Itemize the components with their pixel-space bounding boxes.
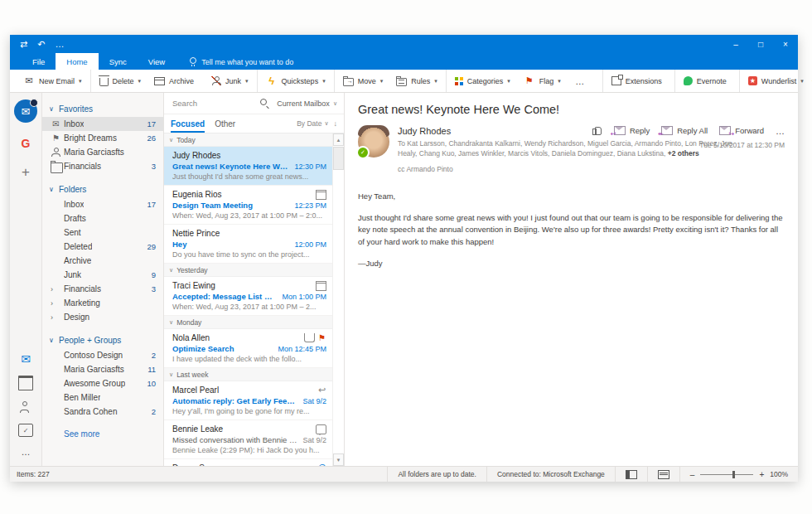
undo-icon[interactable]: ↶ (37, 40, 45, 49)
message-row[interactable]: Judy Rhodes Great news! Keynote Here We … (164, 147, 333, 186)
maximize-button[interactable]: □ (748, 35, 773, 53)
mailbox-scope-value: Current Mailbox (277, 99, 330, 108)
folder-item[interactable]: Drafts (42, 211, 163, 225)
message-subject: Great news! Keynote Here We Come! (172, 162, 289, 171)
zoom-slider-thumb[interactable] (732, 471, 735, 478)
message-row[interactable]: Donna Seo Desktop Identity Initiative (164, 459, 333, 466)
ribbon-button[interactable]: New Email ▾ (17, 70, 89, 92)
reply-all-button[interactable]: Reply All (661, 126, 708, 135)
folder-item[interactable]: › Design (42, 310, 163, 324)
outlook-logo-icon[interactable] (14, 99, 37, 123)
see-more-link[interactable]: See more (42, 427, 163, 441)
zoom-slider[interactable] (700, 474, 753, 475)
forward-button[interactable]: Forward (719, 126, 764, 135)
add-account-icon[interactable] (17, 164, 34, 181)
calendar-module-icon[interactable] (18, 376, 33, 390)
rail-module-switcher (18, 353, 33, 459)
folder-item[interactable]: Maria Garciasfts 11 (42, 362, 163, 376)
folder-section-header[interactable]: ∨ Folders (42, 182, 163, 197)
message-list-scrollbar[interactable]: ▲ ▼ (332, 133, 344, 466)
message-row[interactable]: Traci Ewing Accepted: Message List Rende… (164, 277, 333, 316)
sender-avatar[interactable]: ✓ (358, 126, 389, 158)
ribbon-button[interactable]: Wunderlist ▾ (742, 70, 810, 92)
close-button[interactable]: × (773, 35, 798, 53)
folder-item[interactable]: Sandra Cohen 2 (42, 405, 163, 419)
qat-more-icon[interactable]: … (55, 40, 64, 49)
search-input[interactable] (171, 98, 259, 109)
more-recipients-link[interactable]: +2 others (668, 149, 699, 158)
folder-item[interactable]: Bright Dreams 26 (42, 131, 163, 145)
tell-me[interactable]: Tell me what you want to do (189, 57, 293, 70)
search-icon[interactable] (259, 98, 270, 109)
ribbon-button[interactable]: Move ▾ (336, 70, 390, 92)
-icon (51, 270, 61, 279)
reply-button[interactable]: Reply (614, 126, 650, 135)
cc-recipients[interactable]: cc Armando Pinto (398, 164, 746, 174)
scroll-up-button[interactable]: ▲ (333, 133, 344, 146)
ribbon-button[interactable]: Extensions (605, 70, 673, 92)
folder-item[interactable]: Junk 9 (42, 268, 163, 282)
folder-item[interactable]: Inbox 17 (42, 117, 163, 131)
folder-item[interactable]: Financials 3 (42, 159, 163, 173)
ribbon-button[interactable]: Flag ▾ (517, 70, 568, 92)
message-preview: Just thought I'd share some great news..… (172, 172, 326, 182)
sort-direction-icon[interactable]: ↓ (334, 119, 338, 128)
zoom-in-button[interactable]: + (759, 470, 764, 479)
folder-item[interactable]: Sent (42, 225, 163, 240)
people-module-icon[interactable] (19, 401, 32, 413)
folder-item[interactable]: Inbox 17 (42, 197, 163, 211)
more-modules-icon[interactable] (19, 448, 32, 456)
ribbon-button[interactable]: Rules ▾ (389, 70, 444, 92)
folder-item[interactable]: Archive (42, 254, 163, 268)
message-row[interactable]: Bennie Leake Missed conversation with Be… (164, 420, 333, 459)
folder-section-header[interactable]: ∨ People + Groups (42, 332, 163, 348)
message-row[interactable]: Eugenia Rios Design Team Meeting (164, 186, 333, 225)
send-receive-icon[interactable]: ⇄ (20, 40, 27, 49)
zoom-out-button[interactable]: – (690, 470, 695, 479)
folder-item[interactable]: › Marketing (42, 296, 163, 310)
ribbon-tab[interactable]: View (138, 53, 176, 70)
folder-item[interactable]: Contoso Design 2 (42, 348, 163, 362)
google-g-icon[interactable] (17, 135, 34, 152)
ribbon-tab[interactable]: File (22, 53, 56, 70)
message-group-header[interactable]: ∨ Yesterday (164, 264, 333, 277)
ribbon-tab[interactable]: Sync (99, 53, 138, 70)
folder-item[interactable]: Awesome Group 10 (42, 376, 163, 390)
ribbon-tab[interactable]: Home (56, 53, 98, 70)
like-icon[interactable] (592, 126, 602, 135)
mail-module-icon[interactable] (19, 353, 32, 365)
ribbon-button[interactable]: Quicksteps ▾ (259, 70, 332, 92)
search-bar: Current Mailbox ∨ (164, 93, 344, 114)
message-subject: Automatic reply: Get Early Feedback on .… (172, 396, 297, 405)
folder-item[interactable]: Maria Garciasfts (42, 145, 163, 159)
ribbon-button[interactable]: Delete ▾ (93, 70, 148, 92)
folder-item[interactable]: Deleted 29 (42, 240, 163, 254)
tasks-module-icon[interactable] (18, 424, 33, 437)
message-row[interactable]: Nettie Prince Hey 12:00 PM (164, 225, 333, 264)
tab-focused[interactable]: Focused (171, 114, 205, 133)
ribbon-button[interactable]: Evernote (677, 70, 737, 92)
scrollbar-thumb[interactable] (333, 147, 344, 170)
sort-dropdown[interactable]: By Date ∨ (297, 119, 328, 128)
tab-other[interactable]: Other (215, 114, 235, 133)
mailbox-scope-dropdown[interactable]: Current Mailbox ∨ (277, 99, 337, 108)
reading-pane-layout-icon[interactable] (626, 470, 637, 479)
message-group-header[interactable]: ∨ Last week (164, 368, 333, 381)
folder-section-header[interactable]: ∨ Favorites (42, 101, 163, 117)
message-group-label: Monday (176, 318, 201, 327)
minimize-button[interactable]: – (723, 35, 748, 53)
ribbon-button[interactable] (568, 70, 601, 92)
ribbon-button[interactable]: Categories ▾ (448, 70, 517, 92)
list-view-layout-icon[interactable] (658, 470, 669, 479)
folder-item[interactable]: › Financials 3 (42, 282, 163, 296)
ribbon-button[interactable]: Junk ▾ (205, 70, 255, 92)
folder-item[interactable]: Ben Miller (42, 390, 163, 405)
message-group-header[interactable]: ∨ Monday (164, 316, 333, 329)
message-row[interactable]: Marcel Pearl Automatic reply: Get Early … (164, 381, 333, 420)
more-actions-icon[interactable]: … (776, 129, 785, 133)
scroll-down-button[interactable]: ▼ (333, 453, 344, 466)
-icon (53, 298, 64, 308)
message-row[interactable]: Nola Allen Optimize Search Mo (164, 329, 333, 368)
ribbon-button[interactable]: Archive (147, 70, 205, 92)
message-group-header[interactable]: ∨ Today (164, 133, 333, 147)
